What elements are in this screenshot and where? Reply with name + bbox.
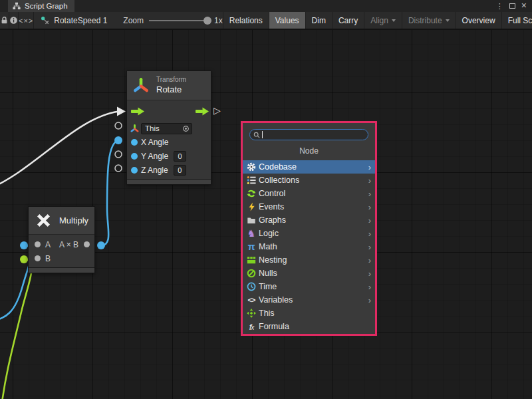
chevron-right-icon: ›: [368, 256, 371, 265]
chevron-right-icon: ›: [368, 296, 371, 305]
nulls-icon: [246, 268, 257, 279]
z-angle-field[interactable]: 0: [174, 165, 186, 176]
finder-item-nulls[interactable]: Nulls ›: [243, 267, 375, 280]
port-label-y: Y Angle: [141, 152, 168, 161]
toolbar-button-overview[interactable]: Overview: [456, 12, 501, 29]
code-preview-toggle[interactable]: <×>: [19, 12, 34, 29]
finder-item-nesting[interactable]: Nesting ›: [243, 253, 375, 267]
port-dot-y[interactable]: [131, 153, 138, 160]
chevron-right-icon: ›: [368, 269, 371, 278]
toolbar-button-relations[interactable]: Relations: [223, 12, 269, 29]
zoom-slider[interactable]: [149, 20, 209, 21]
port-label-axb: A × B: [59, 240, 78, 249]
tab-script-graph[interactable]: Script Graph: [8, 0, 74, 12]
control-icon: [246, 188, 257, 199]
window-controls: ⋮ ×: [496, 0, 532, 12]
chevron-right-icon: ›: [368, 283, 371, 291]
finder-item-math[interactable]: π Math ›: [243, 240, 375, 253]
port-row-y-angle[interactable]: Y Angle 0: [127, 149, 211, 163]
this-icon: [246, 308, 257, 319]
flow-output-arrow-icon[interactable]: [196, 107, 209, 116]
chevron-right-icon: ›: [368, 176, 371, 185]
maximize-icon[interactable]: [509, 3, 515, 9]
node-footer: [127, 179, 211, 184]
node-transform-rotate[interactable]: Transform Rotate This X Angle: [126, 70, 211, 185]
search-icon: [253, 132, 260, 138]
transform-axes-icon: [132, 77, 150, 94]
chevron-right-icon: ›: [368, 216, 371, 225]
zoom-level: 1x: [214, 16, 223, 25]
dropdown-caret-icon: [446, 19, 450, 22]
node-footer: [29, 267, 94, 273]
graph-toolbar: <×> RotateSpeed 1 Zoom 1x RelationsValue…: [0, 12, 532, 30]
text-cursor: [262, 131, 263, 138]
port-dot-x[interactable]: [131, 139, 138, 146]
finder-item-events[interactable]: Events ›: [243, 200, 375, 213]
node-multiply[interactable]: Multiply A A × B B: [28, 206, 95, 273]
chevron-right-icon: ›: [368, 203, 371, 211]
tab-title: Script Graph: [25, 2, 68, 10]
target-field[interactable]: This: [141, 123, 192, 134]
mini-transform-icon: [130, 124, 139, 133]
logic-icon: ♞: [246, 228, 257, 239]
port-label-b: B: [45, 254, 51, 263]
target-row: This: [127, 122, 211, 135]
finder-item-formula[interactable]: fx Formula ›: [243, 320, 375, 333]
node-title: Rotate: [156, 84, 186, 95]
node-category: Transform: [156, 76, 186, 84]
finder-item-variables[interactable]: <> Variables ›: [243, 293, 375, 307]
multiply-node-header: Multiply: [29, 207, 94, 235]
toolbar-button-values[interactable]: Values: [269, 12, 305, 29]
port-dot-b[interactable]: [35, 255, 41, 261]
title-bar: Script Graph ⋮ ×: [0, 0, 532, 12]
code-toggle-icon: <×>: [19, 17, 33, 25]
finder-item-this[interactable]: This ›: [243, 307, 375, 320]
target-field-value: This: [145, 124, 182, 132]
finder-item-logic[interactable]: ♞ Logic ›: [243, 227, 375, 240]
port-dot-a[interactable]: [35, 241, 41, 247]
port-dot-axb[interactable]: [84, 241, 90, 247]
finder-header: Node: [243, 146, 375, 156]
multiply-icon: [35, 212, 52, 229]
variables-icon: <>: [246, 295, 257, 305]
script-graph-icon: [13, 2, 21, 10]
port-dot-z[interactable]: [131, 167, 138, 174]
formula-icon: fx: [246, 321, 257, 332]
zoom-slider-handle[interactable]: [203, 17, 211, 25]
object-picker-icon[interactable]: [182, 125, 190, 132]
finder-item-control[interactable]: Control ›: [243, 187, 375, 200]
transform-node-header: Transform Rotate: [127, 71, 211, 100]
breadcrumb[interactable]: RotateSpeed 1: [34, 12, 114, 29]
flow-input-arrow-icon[interactable]: [131, 107, 144, 116]
multiply-row-a[interactable]: A A × B: [29, 237, 94, 251]
lock-button[interactable]: [0, 12, 9, 29]
toolbar-button-full-screen[interactable]: Full Screen: [501, 12, 532, 29]
toolbar-button-align[interactable]: Align: [364, 12, 402, 29]
finder-item-graphs[interactable]: Graphs ›: [243, 213, 375, 227]
window-menu-icon[interactable]: ⋮: [496, 3, 503, 10]
finder-search[interactable]: [249, 129, 368, 140]
finder-item-collections[interactable]: Collections ›: [243, 174, 375, 187]
fuzzy-finder: Node Codebase › Collections › Control › …: [241, 121, 377, 336]
finder-item-codebase[interactable]: Codebase ›: [243, 160, 375, 174]
toolbar-button-dim[interactable]: Dim: [305, 12, 332, 29]
info-button[interactable]: [9, 12, 19, 29]
finder-item-time[interactable]: Time ›: [243, 280, 375, 293]
multiply-row-b[interactable]: B: [29, 251, 94, 265]
y-angle-field[interactable]: 0: [174, 151, 186, 162]
toolbar-button-carry[interactable]: Carry: [332, 12, 364, 29]
codebase-icon: [246, 162, 257, 172]
time-icon: [246, 281, 257, 292]
finder-list: Codebase › Collections › Control › Event…: [243, 160, 375, 333]
info-icon: [9, 16, 18, 25]
port-row-z-angle[interactable]: Z Angle 0: [127, 163, 211, 177]
close-icon[interactable]: ×: [521, 1, 527, 10]
flow-output-triangle-icon[interactable]: ▷: [213, 105, 221, 116]
collections-icon: [246, 175, 257, 186]
port-label-a: A: [45, 240, 51, 249]
toolbar-button-distribute[interactable]: Distribute: [402, 12, 456, 29]
node-title: Multiply: [59, 215, 88, 225]
zoom-control: Zoom 1x: [123, 12, 222, 29]
chevron-right-icon: ›: [368, 229, 371, 238]
port-row-x-angle[interactable]: X Angle: [127, 135, 211, 149]
